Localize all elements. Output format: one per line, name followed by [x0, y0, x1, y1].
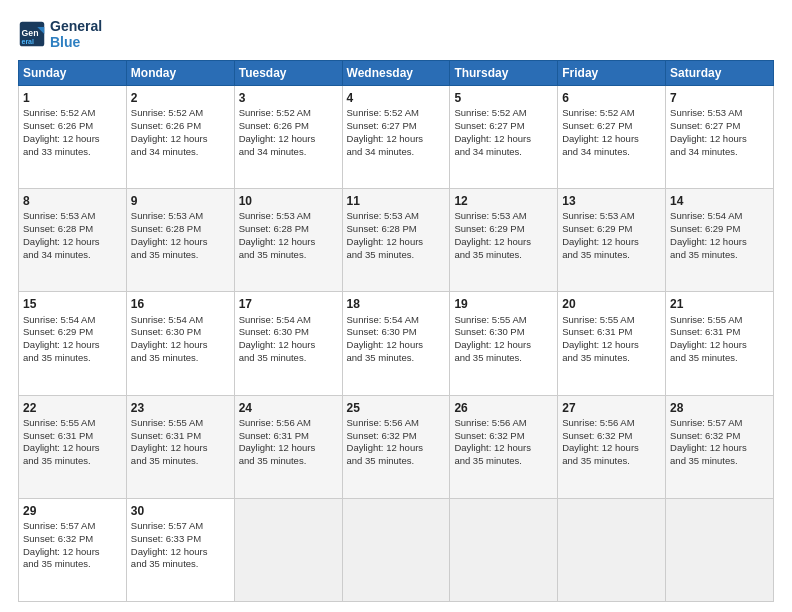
day-content: Sunset: 6:29 PM [562, 223, 661, 236]
day-content: Sunrise: 5:52 AM [347, 107, 446, 120]
day-content: Daylight: 12 hours [454, 133, 553, 146]
day-content: Daylight: 12 hours [562, 236, 661, 249]
day-content: and 35 minutes. [347, 352, 446, 365]
day-content: and 35 minutes. [562, 352, 661, 365]
day-content: Sunrise: 5:52 AM [562, 107, 661, 120]
day-number: 23 [131, 400, 230, 416]
day-content: Sunset: 6:32 PM [670, 430, 769, 443]
calendar-table: Sunday Monday Tuesday Wednesday Thursday… [18, 60, 774, 602]
day-number: 24 [239, 400, 338, 416]
table-row: 29Sunrise: 5:57 AMSunset: 6:32 PMDayligh… [19, 498, 127, 601]
table-row: 23Sunrise: 5:55 AMSunset: 6:31 PMDayligh… [126, 395, 234, 498]
day-content: Sunset: 6:28 PM [239, 223, 338, 236]
table-row [558, 498, 666, 601]
day-content: Sunset: 6:27 PM [454, 120, 553, 133]
day-number: 1 [23, 90, 122, 106]
day-content: and 35 minutes. [239, 352, 338, 365]
day-number: 3 [239, 90, 338, 106]
day-number: 15 [23, 296, 122, 312]
table-row: 28Sunrise: 5:57 AMSunset: 6:32 PMDayligh… [666, 395, 774, 498]
day-content: Sunset: 6:32 PM [562, 430, 661, 443]
col-tuesday: Tuesday [234, 61, 342, 86]
day-content: Sunset: 6:30 PM [239, 326, 338, 339]
day-content: Sunset: 6:32 PM [454, 430, 553, 443]
table-row: 12Sunrise: 5:53 AMSunset: 6:29 PMDayligh… [450, 189, 558, 292]
day-content: Sunset: 6:26 PM [239, 120, 338, 133]
day-content: Daylight: 12 hours [23, 546, 122, 559]
day-number: 6 [562, 90, 661, 106]
day-content: Sunset: 6:31 PM [131, 430, 230, 443]
table-row [450, 498, 558, 601]
day-content: Sunrise: 5:53 AM [670, 107, 769, 120]
day-content: and 35 minutes. [23, 558, 122, 571]
day-number: 21 [670, 296, 769, 312]
table-row [666, 498, 774, 601]
day-content: Daylight: 12 hours [454, 442, 553, 455]
day-number: 11 [347, 193, 446, 209]
day-number: 17 [239, 296, 338, 312]
day-content: Sunrise: 5:55 AM [562, 314, 661, 327]
table-row: 27Sunrise: 5:56 AMSunset: 6:32 PMDayligh… [558, 395, 666, 498]
table-row [342, 498, 450, 601]
day-content: Sunset: 6:27 PM [347, 120, 446, 133]
day-content: Daylight: 12 hours [454, 339, 553, 352]
day-content: Daylight: 12 hours [347, 133, 446, 146]
day-content: Sunrise: 5:54 AM [131, 314, 230, 327]
day-content: Sunrise: 5:52 AM [239, 107, 338, 120]
day-content: and 34 minutes. [670, 146, 769, 159]
day-content: Sunrise: 5:57 AM [131, 520, 230, 533]
table-row: 2Sunrise: 5:52 AMSunset: 6:26 PMDaylight… [126, 86, 234, 189]
day-content: and 34 minutes. [454, 146, 553, 159]
day-content: and 35 minutes. [454, 249, 553, 262]
day-content: and 35 minutes. [670, 455, 769, 468]
day-number: 30 [131, 503, 230, 519]
page: Gen eral General Blue Sunday Monday Tues… [0, 0, 792, 612]
day-content: Sunrise: 5:54 AM [23, 314, 122, 327]
col-friday: Friday [558, 61, 666, 86]
day-content: Sunrise: 5:56 AM [454, 417, 553, 430]
col-sunday: Sunday [19, 61, 127, 86]
col-thursday: Thursday [450, 61, 558, 86]
table-row: 6Sunrise: 5:52 AMSunset: 6:27 PMDaylight… [558, 86, 666, 189]
day-content: and 35 minutes. [347, 455, 446, 468]
day-content: Daylight: 12 hours [347, 339, 446, 352]
day-content: Sunset: 6:28 PM [347, 223, 446, 236]
day-content: Sunset: 6:31 PM [562, 326, 661, 339]
day-content: Daylight: 12 hours [562, 133, 661, 146]
day-content: Sunrise: 5:53 AM [23, 210, 122, 223]
day-content: and 35 minutes. [347, 249, 446, 262]
table-row: 3Sunrise: 5:52 AMSunset: 6:26 PMDaylight… [234, 86, 342, 189]
col-saturday: Saturday [666, 61, 774, 86]
header: Gen eral General Blue [18, 18, 774, 50]
table-row: 30Sunrise: 5:57 AMSunset: 6:33 PMDayligh… [126, 498, 234, 601]
day-content: and 34 minutes. [562, 146, 661, 159]
day-content: Daylight: 12 hours [670, 133, 769, 146]
day-content: Sunset: 6:29 PM [23, 326, 122, 339]
day-content: Sunset: 6:32 PM [347, 430, 446, 443]
day-content: and 34 minutes. [239, 146, 338, 159]
day-content: and 35 minutes. [670, 352, 769, 365]
day-content: and 35 minutes. [239, 249, 338, 262]
table-row: 5Sunrise: 5:52 AMSunset: 6:27 PMDaylight… [450, 86, 558, 189]
day-content: and 35 minutes. [131, 249, 230, 262]
day-content: Daylight: 12 hours [131, 236, 230, 249]
day-content: Daylight: 12 hours [454, 236, 553, 249]
day-content: Sunrise: 5:54 AM [347, 314, 446, 327]
day-content: Sunrise: 5:53 AM [562, 210, 661, 223]
day-content: Daylight: 12 hours [562, 339, 661, 352]
calendar-week-row: 15Sunrise: 5:54 AMSunset: 6:29 PMDayligh… [19, 292, 774, 395]
logo-text: General Blue [50, 18, 102, 50]
day-content: Sunrise: 5:55 AM [23, 417, 122, 430]
day-content: Sunset: 6:31 PM [670, 326, 769, 339]
day-content: Daylight: 12 hours [23, 133, 122, 146]
day-content: Sunrise: 5:53 AM [239, 210, 338, 223]
table-row: 25Sunrise: 5:56 AMSunset: 6:32 PMDayligh… [342, 395, 450, 498]
day-content: Sunrise: 5:56 AM [562, 417, 661, 430]
day-content: Sunrise: 5:53 AM [131, 210, 230, 223]
table-row: 24Sunrise: 5:56 AMSunset: 6:31 PMDayligh… [234, 395, 342, 498]
day-content: Sunrise: 5:57 AM [670, 417, 769, 430]
day-number: 25 [347, 400, 446, 416]
day-content: Sunrise: 5:57 AM [23, 520, 122, 533]
col-wednesday: Wednesday [342, 61, 450, 86]
day-content: and 35 minutes. [239, 455, 338, 468]
